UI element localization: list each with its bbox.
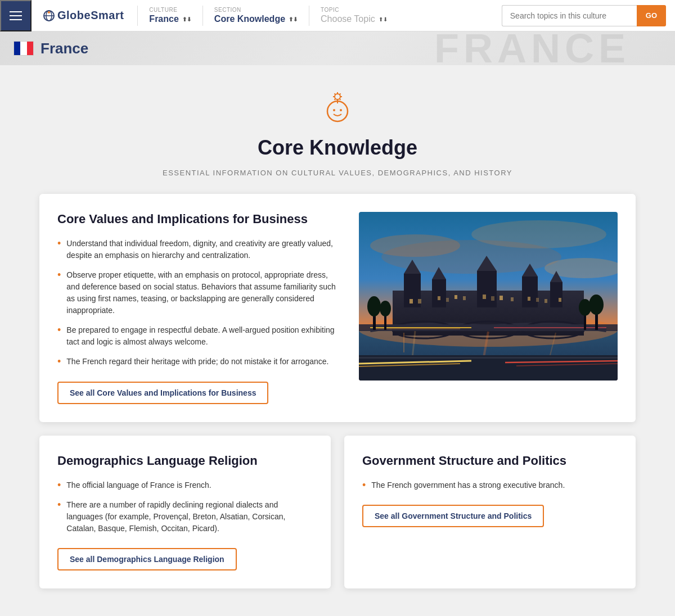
list-item: Understand that individual freedom, dign…: [57, 238, 341, 261]
globe-icon: [43, 10, 55, 22]
list-item: Observe proper etiquette, with an emphas…: [57, 269, 341, 316]
svg-point-4: [327, 101, 348, 121]
france-flag: [14, 41, 34, 56]
topic-dropdown[interactable]: TOPIC Choose Topic ⬆⬇: [312, 7, 397, 24]
logo-area: GlobeSmart: [32, 9, 135, 22]
core-values-card: Core Values and Implications for Busines…: [39, 194, 636, 422]
svg-rect-33: [550, 282, 562, 307]
government-see-all-button[interactable]: See all Government Structure and Politic…: [362, 505, 544, 527]
list-item: Be prepared to engage in respectful deba…: [57, 324, 341, 348]
svg-point-3: [48, 11, 50, 13]
svg-point-5: [333, 109, 335, 111]
svg-rect-36: [418, 299, 421, 304]
cards-row: Demographics Language Religion The offic…: [39, 436, 636, 589]
svg-rect-41: [483, 295, 486, 299]
list-item: The official language of France is Frenc…: [57, 479, 313, 492]
nav-separator: [137, 6, 138, 26]
culture-label: CULTURE: [149, 7, 191, 13]
svg-rect-44: [511, 297, 514, 301]
page-header: FRANCE France: [0, 31, 675, 65]
demographics-card: Demographics Language Religion The offic…: [39, 436, 331, 589]
svg-rect-29: [477, 271, 497, 307]
demographics-title: Demographics Language Religion: [57, 454, 313, 468]
section-arrow-icon: ⬆⬇: [289, 16, 298, 22]
svg-rect-47: [544, 299, 547, 303]
search-input[interactable]: [502, 5, 637, 26]
svg-point-71: [589, 295, 604, 315]
svg-point-6: [340, 109, 342, 111]
section-label: SECTION: [214, 7, 298, 13]
hamburger-button[interactable]: [0, 0, 32, 31]
logo-text: GlobeSmart: [57, 9, 124, 22]
list-item: The French government has a strong execu…: [362, 479, 618, 492]
svg-point-73: [579, 299, 591, 316]
svg-rect-31: [522, 277, 538, 307]
culture-value: France ⬆⬇: [149, 14, 191, 24]
svg-rect-61: [359, 357, 618, 359]
hamburger-line: [10, 15, 22, 16]
svg-point-67: [367, 296, 381, 316]
svg-rect-39: [454, 295, 457, 299]
flag-red: [27, 42, 33, 55]
hero-title: Core Knowledge: [11, 136, 664, 160]
list-item: The French regard their heritage with pr…: [57, 356, 341, 368]
topic-arrow-icon: ⬆⬇: [379, 16, 388, 22]
hamburger-line: [10, 19, 22, 20]
demographics-bullets: The official language of France is Frenc…: [57, 479, 313, 535]
svg-line-12: [334, 93, 335, 94]
svg-line-14: [340, 93, 341, 94]
svg-rect-35: [410, 299, 413, 304]
government-card: Government Structure and Politics The Fr…: [344, 436, 636, 589]
svg-rect-38: [446, 298, 449, 302]
search-button[interactable]: GO: [637, 5, 666, 26]
hero-subtitle: ESSENTIAL INFORMATION ON CULTURAL VALUES…: [11, 169, 664, 177]
flag-blue: [14, 42, 20, 55]
core-values-content: Core Values and Implications for Busines…: [57, 212, 341, 404]
page-title: France: [40, 40, 88, 57]
demographics-see-all-button[interactable]: See all Demographics Language Religion: [57, 548, 237, 570]
core-knowledge-icon: [318, 88, 357, 127]
svg-point-69: [380, 301, 391, 316]
svg-rect-45: [528, 297, 530, 301]
svg-rect-48: [559, 298, 561, 302]
top-navigation: GlobeSmart CULTURE France ⬆⬇ SECTION Cor…: [0, 0, 675, 31]
paris-image-container: [359, 212, 618, 404]
culture-arrow-icon: ⬆⬇: [182, 16, 191, 22]
svg-rect-60: [359, 355, 618, 381]
section-value: Core Knowledge ⬆⬇: [214, 14, 298, 24]
culture-dropdown[interactable]: CULTURE France ⬆⬇: [140, 7, 200, 24]
hero-section: Core Knowledge ESSENTIAL INFORMATION ON …: [0, 65, 675, 194]
cards-container: Core Values and Implications for Busines…: [28, 194, 647, 611]
svg-rect-40: [463, 296, 466, 300]
section-dropdown[interactable]: SECTION Core Knowledge ⬆⬇: [205, 7, 307, 24]
core-values-title: Core Values and Implications for Busines…: [57, 212, 341, 227]
hamburger-line: [10, 11, 22, 12]
svg-line-15: [334, 99, 335, 100]
svg-line-13: [340, 99, 341, 100]
nav-separator-2: [202, 6, 203, 26]
core-values-bullets: Understand that individual freedom, dign…: [57, 238, 341, 368]
nav-separator-3: [309, 6, 309, 26]
svg-rect-46: [536, 298, 539, 302]
government-title: Government Structure and Politics: [362, 454, 618, 468]
topic-value: Choose Topic ⬆⬇: [321, 14, 388, 24]
svg-rect-43: [500, 296, 503, 300]
svg-rect-37: [438, 296, 440, 300]
core-values-see-all-button[interactable]: See all Core Values and Implications for…: [57, 382, 268, 404]
flag-white: [20, 42, 26, 55]
search-area: GO: [502, 5, 675, 26]
svg-rect-27: [432, 279, 446, 307]
topic-label: TOPIC: [321, 7, 388, 13]
government-bullets: The French government has a strong execu…: [362, 479, 618, 492]
main-content: Core Knowledge ESSENTIAL INFORMATION ON …: [0, 65, 675, 611]
svg-rect-42: [491, 296, 494, 301]
list-item: There are a number of rapidly declining …: [57, 499, 313, 535]
